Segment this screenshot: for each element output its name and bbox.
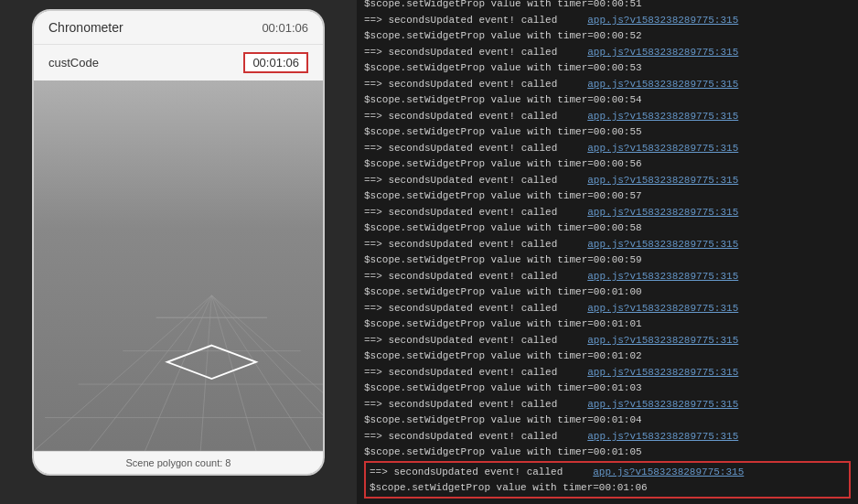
custcode-row: custCode 00:01:06 [34, 45, 323, 80]
log-line-event-4: ==> secondsUpdated event! called app.js?… [364, 77, 851, 92]
file-link[interactable]: app.js?v1583238289775:315 [587, 335, 738, 346]
log-group-9: ==> secondsUpdated event! called app.js?… [364, 237, 851, 267]
grid-svg [34, 229, 323, 451]
event-label: ==> secondsUpdated event! called [364, 79, 557, 90]
file-link[interactable]: app.js?v1583238289775:315 [587, 207, 738, 218]
log-line-scope-8: $scope.setWidgetProp value with timer=00… [364, 220, 851, 236]
custcode-label: custCode [48, 56, 99, 70]
file-link[interactable]: app.js?v1583238289775:315 [587, 271, 738, 282]
log-group-8: ==> secondsUpdated event! called app.js?… [364, 205, 851, 235]
scope-text: $scope.setWidgetProp value with timer=00… [364, 158, 642, 169]
left-panel: Chronometer 00:01:06 custCode 00:01:06 [0, 0, 357, 504]
scope-text: $scope.setWidgetProp value with timer=00… [364, 254, 642, 265]
log-line-event-11: ==> secondsUpdated event! called app.js?… [364, 301, 851, 316]
log-line-scope-5: $scope.setWidgetProp value with timer=00… [364, 124, 851, 140]
scope-text: $scope.setWidgetProp value with timer=00… [364, 126, 642, 137]
event-label: ==> secondsUpdated event! called [370, 466, 563, 477]
log-group-1: ==> secondsUpdated event! called app.js?… [364, 0, 851, 11]
log-group-10: ==> secondsUpdated event! called app.js?… [364, 269, 851, 299]
scope-text: $scope.setWidgetProp value with timer=00… [364, 286, 642, 297]
log-line-event-2: ==> secondsUpdated event! called app.js?… [364, 13, 851, 28]
custcode-value: 00:01:06 [243, 52, 308, 73]
scope-text: $scope.setWidgetProp value with timer=00… [364, 190, 642, 201]
scope-text: $scope.setWidgetProp value with timer=00… [370, 482, 648, 493]
log-line-scope-13: $scope.setWidgetProp value with timer=00… [364, 381, 851, 396]
log-group-3: ==> secondsUpdated event! called app.js?… [364, 45, 851, 75]
log-line-event-13: ==> secondsUpdated event! called app.js?… [364, 365, 851, 381]
log-group-2: ==> secondsUpdated event! called app.js?… [364, 13, 851, 43]
log-group-12: ==> secondsUpdated event! called app.js?… [364, 333, 851, 363]
log-group-11: ==> secondsUpdated event! called app.js?… [364, 301, 851, 331]
log-group-15: ==> secondsUpdated event! called app.js?… [364, 429, 851, 459]
log-group-16: ==> secondsUpdated event! called app.js?… [364, 461, 851, 499]
file-link[interactable]: app.js?v1583238289775:315 [587, 367, 738, 378]
file-link[interactable]: app.js?v1583238289775:315 [587, 47, 738, 58]
log-line-scope-9: $scope.setWidgetProp value with timer=00… [364, 252, 851, 268]
log-line-event-10: ==> secondsUpdated event! called app.js?… [364, 269, 851, 284]
scope-text: $scope.setWidgetProp value with timer=00… [364, 94, 642, 105]
file-link[interactable]: app.js?v1583238289775:315 [587, 239, 738, 250]
phone-frame: Chronometer 00:01:06 custCode 00:01:06 [32, 9, 325, 476]
log-line-event-5: ==> secondsUpdated event! called app.js?… [364, 109, 851, 124]
event-label: ==> secondsUpdated event! called [364, 335, 557, 346]
log-line-scope-11: $scope.setWidgetProp value with timer=00… [364, 316, 851, 332]
file-link[interactable]: app.js?v1583238289775:315 [593, 466, 744, 477]
log-line-scope-12: $scope.setWidgetProp value with timer=00… [364, 349, 851, 364]
log-line-event-15: ==> secondsUpdated event! called app.js?… [364, 429, 851, 445]
event-label: ==> secondsUpdated event! called [364, 207, 557, 218]
log-line-event-16: ==> secondsUpdated event! called app.js?… [370, 465, 845, 480]
file-link[interactable]: app.js?v1583238289775:315 [587, 15, 738, 26]
file-link[interactable]: app.js?v1583238289775:315 [587, 175, 738, 186]
scope-text: $scope.setWidgetProp value with timer=00… [364, 414, 642, 425]
log-line-scope-15: $scope.setWidgetProp value with timer=00… [364, 445, 851, 460]
event-label: ==> secondsUpdated event! called [364, 47, 557, 58]
scope-text: $scope.setWidgetProp value with timer=00… [364, 62, 642, 73]
log-line-scope-10: $scope.setWidgetProp value with timer=00… [364, 284, 851, 300]
log-line-scope-1: $scope.setWidgetProp value with timer=00… [364, 0, 851, 11]
svg-line-8 [200, 295, 211, 451]
chronometer-label: Chronometer [48, 20, 123, 35]
file-link[interactable]: app.js?v1583238289775:315 [587, 431, 738, 442]
log-line-event-14: ==> secondsUpdated event! called app.js?… [364, 397, 851, 413]
log-line-event-7: ==> secondsUpdated event! called app.js?… [364, 173, 851, 188]
file-link[interactable]: app.js?v1583238289775:315 [587, 79, 738, 90]
event-label: ==> secondsUpdated event! called [364, 143, 557, 154]
chronometer-row: Chronometer 00:01:06 [34, 11, 323, 45]
log-line-scope-6: $scope.setWidgetProp value with timer=00… [364, 156, 851, 172]
phone-inner: Chronometer 00:01:06 custCode 00:01:06 [34, 11, 323, 474]
log-group-6: ==> secondsUpdated event! called app.js?… [364, 141, 851, 171]
svg-line-9 [211, 295, 256, 451]
scene-footer: Scene polygon count: 8 [34, 451, 323, 474]
chronometer-value: 00:01:06 [262, 21, 308, 35]
scope-text: $scope.setWidgetProp value with timer=00… [364, 222, 642, 233]
scope-text: $scope.setWidgetProp value with timer=00… [364, 318, 642, 329]
log-group-5: ==> secondsUpdated event! called app.js?… [364, 109, 851, 139]
svg-line-6 [90, 295, 212, 451]
file-link[interactable]: app.js?v1583238289775:315 [587, 399, 738, 410]
event-label: ==> secondsUpdated event! called [364, 15, 557, 26]
file-link[interactable]: app.js?v1583238289775:315 [587, 303, 738, 314]
log-line-event-8: ==> secondsUpdated event! called app.js?… [364, 205, 851, 220]
log-line-scope-7: $scope.setWidgetProp value with timer=00… [364, 188, 851, 204]
scope-text: $scope.setWidgetProp value with timer=00… [364, 446, 642, 457]
log-line-scope-3: $scope.setWidgetProp value with timer=00… [364, 60, 851, 76]
event-label: ==> secondsUpdated event! called [364, 175, 557, 186]
log-line-event-3: ==> secondsUpdated event! called app.js?… [364, 45, 851, 60]
file-link[interactable]: app.js?v1583238289775:315 [587, 111, 738, 122]
log-group-7: ==> secondsUpdated event! called app.js?… [364, 173, 851, 203]
scene-3d [34, 80, 323, 451]
log-line-scope-4: $scope.setWidgetProp value with timer=00… [364, 92, 851, 108]
log-line-event-9: ==> secondsUpdated event! called app.js?… [364, 237, 851, 252]
log-line-event-12: ==> secondsUpdated event! called app.js?… [364, 333, 851, 349]
file-link[interactable]: app.js?v1583238289775:315 [587, 143, 738, 154]
scope-text: $scope.setWidgetProp value with timer=00… [364, 0, 642, 9]
svg-line-5 [34, 295, 211, 451]
scope-text: $scope.setWidgetProp value with timer=00… [364, 30, 642, 41]
console-panel[interactable]: ==> secondsUpdated event! called app.js?… [357, 0, 858, 504]
log-line-scope-16: $scope.setWidgetProp value with timer=00… [370, 480, 845, 496]
scope-text: $scope.setWidgetProp value with timer=00… [364, 382, 642, 393]
svg-line-7 [145, 295, 211, 451]
log-line-scope-2: $scope.setWidgetProp value with timer=00… [364, 28, 851, 44]
event-label: ==> secondsUpdated event! called [364, 431, 557, 442]
scope-text: $scope.setWidgetProp value with timer=00… [364, 350, 642, 361]
